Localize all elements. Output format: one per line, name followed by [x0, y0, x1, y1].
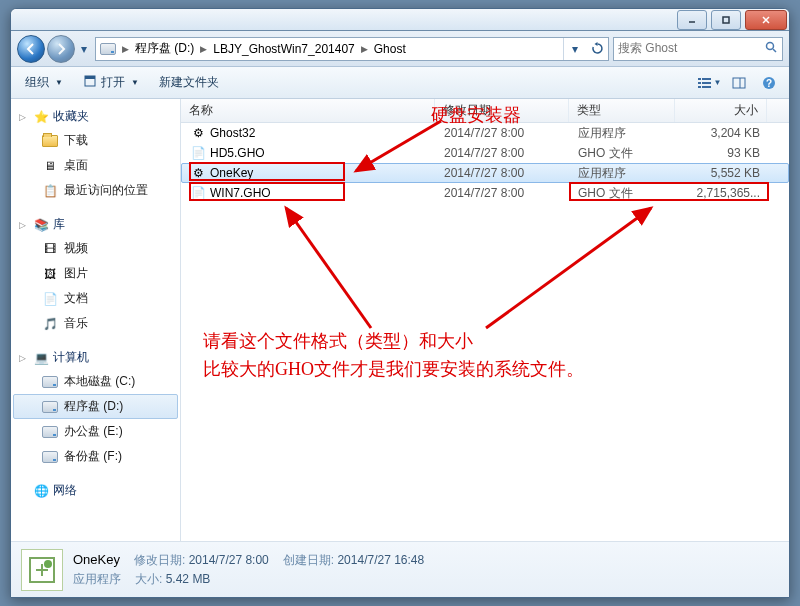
desktop-icon: 🖥 [42, 158, 58, 174]
file-icon: 📄 [190, 185, 206, 201]
view-options-button[interactable]: ▼ [695, 72, 723, 94]
sidebar-drive-f[interactable]: 备份盘 (F:) [13, 444, 178, 469]
sidebar-drive-e[interactable]: 办公盘 (E:) [13, 419, 178, 444]
search-placeholder: 搜索 Ghost [618, 40, 677, 57]
video-icon: 🎞 [42, 241, 58, 257]
svg-rect-9 [702, 78, 711, 80]
search-input[interactable]: 搜索 Ghost [613, 37, 783, 61]
sidebar-pictures[interactable]: 🖼图片 [13, 261, 178, 286]
column-headers: 名称 修改日期 类型 大小 [181, 99, 789, 123]
network-header[interactable]: 🌐网络 [13, 479, 178, 502]
file-row-selected[interactable]: ⚙OneKey 2014/7/27 8:00 应用程序 5,552 KB [181, 163, 789, 183]
file-row[interactable]: ⚙Ghost32 2014/7/27 8:00 应用程序 3,204 KB [181, 123, 789, 143]
back-button[interactable] [17, 35, 45, 63]
breadcrumb-sep-icon: ▶ [198, 44, 209, 54]
new-folder-button[interactable]: 新建文件夹 [151, 70, 227, 95]
svg-rect-11 [702, 82, 711, 84]
breadcrumb-folder2[interactable]: Ghost [370, 38, 410, 60]
drive-icon [98, 39, 118, 59]
col-date[interactable]: 修改日期 [435, 99, 569, 122]
drive-icon [42, 399, 58, 415]
nav-row: ▾ ▶ 程序盘 (D:) ▶ LBJY_GhostWin7_201407 ▶ G… [11, 31, 789, 67]
breadcrumb-sep-icon: ▶ [120, 44, 131, 54]
network-icon: 🌐 [33, 483, 49, 499]
svg-rect-7 [85, 76, 95, 79]
maximize-button[interactable] [711, 10, 741, 30]
file-row[interactable]: 📄WIN7.GHO 2014/7/27 8:00 GHO 文件 2,715,36… [181, 183, 789, 203]
svg-point-22 [44, 560, 52, 568]
svg-rect-1 [723, 17, 729, 23]
star-icon: ⭐ [33, 109, 49, 125]
drive-icon [42, 374, 58, 390]
toolbar: 组织▼ 打开▼ 新建文件夹 ▼ ? [11, 67, 789, 99]
svg-rect-8 [698, 78, 701, 80]
preview-pane-button[interactable] [725, 72, 753, 94]
explorer-window: ▾ ▶ 程序盘 (D:) ▶ LBJY_GhostWin7_201407 ▶ G… [10, 8, 790, 598]
library-icon: 📚 [33, 217, 49, 233]
open-icon [83, 74, 97, 91]
file-list-pane: 名称 修改日期 类型 大小 ⚙Ghost32 2014/7/27 8:00 应用… [181, 99, 789, 541]
sidebar-documents[interactable]: 📄文档 [13, 286, 178, 311]
help-button[interactable]: ? [755, 72, 783, 94]
file-row[interactable]: 📄HD5.GHO 2014/7/27 8:00 GHO 文件 93 KB [181, 143, 789, 163]
forward-button[interactable] [47, 35, 75, 63]
nav-history-dropdown[interactable]: ▾ [77, 40, 91, 58]
computer-icon: 💻 [33, 350, 49, 366]
recent-icon: 📋 [42, 183, 58, 199]
sidebar-music[interactable]: 🎵音乐 [13, 311, 178, 336]
selected-file-icon [21, 549, 63, 591]
titlebar[interactable] [11, 9, 789, 31]
svg-line-20 [486, 208, 651, 328]
breadcrumb-sep-icon: ▶ [359, 44, 370, 54]
svg-line-19 [286, 208, 371, 328]
favorites-header[interactable]: ▷⭐收藏夹 [13, 105, 178, 128]
pictures-icon: 🖼 [42, 266, 58, 282]
svg-rect-13 [702, 86, 711, 88]
address-bar[interactable]: ▶ 程序盘 (D:) ▶ LBJY_GhostWin7_201407 ▶ Gho… [95, 37, 609, 61]
sidebar-drive-c[interactable]: 本地磁盘 (C:) [13, 369, 178, 394]
svg-line-5 [773, 49, 776, 52]
annotation-text-line2: 比较大的GHO文件才是我们要安装的系统文件。 [203, 357, 584, 381]
sidebar-recent[interactable]: 📋最近访问的位置 [13, 178, 178, 203]
status-filename: OneKey [73, 552, 120, 569]
computer-header[interactable]: ▷💻计算机 [13, 346, 178, 369]
drive-icon [42, 424, 58, 440]
music-icon: 🎵 [42, 316, 58, 332]
address-dropdown-button[interactable]: ▾ [564, 38, 586, 60]
folder-icon [42, 133, 58, 149]
app-icon: ⚙ [190, 125, 206, 141]
svg-rect-10 [698, 82, 701, 84]
breadcrumb-drive[interactable]: 程序盘 (D:) [131, 38, 198, 60]
sidebar-desktop[interactable]: 🖥桌面 [13, 153, 178, 178]
col-type[interactable]: 类型 [569, 99, 675, 122]
navigation-pane: ▷⭐收藏夹 下载 🖥桌面 📋最近访问的位置 ▷📚库 🎞视频 🖼图片 📄文档 🎵音… [11, 99, 181, 541]
sidebar-downloads[interactable]: 下载 [13, 128, 178, 153]
annotation-text-line1: 请看这个文件格式（类型）和大小 [203, 329, 473, 353]
col-size[interactable]: 大小 [675, 99, 767, 122]
svg-rect-12 [698, 86, 701, 88]
details-pane: OneKey 修改日期: 2014/7/27 8:00 创建日期: 2014/7… [11, 541, 789, 597]
drive-icon [42, 449, 58, 465]
open-button[interactable]: 打开▼ [75, 70, 147, 95]
svg-text:?: ? [766, 78, 772, 89]
organize-menu[interactable]: 组织▼ [17, 70, 71, 95]
documents-icon: 📄 [42, 291, 58, 307]
close-button[interactable] [745, 10, 787, 30]
arrow-icon [281, 203, 381, 333]
file-icon: 📄 [190, 145, 206, 161]
breadcrumb-folder1[interactable]: LBJY_GhostWin7_201407 [209, 38, 358, 60]
col-name[interactable]: 名称 [181, 99, 435, 122]
arrow-icon [481, 203, 661, 333]
search-icon [765, 41, 778, 57]
svg-point-4 [767, 42, 774, 49]
sidebar-videos[interactable]: 🎞视频 [13, 236, 178, 261]
libraries-header[interactable]: ▷📚库 [13, 213, 178, 236]
refresh-button[interactable] [586, 38, 608, 60]
status-type: 应用程序 [73, 571, 121, 588]
sidebar-drive-d[interactable]: 程序盘 (D:) [13, 394, 178, 419]
minimize-button[interactable] [677, 10, 707, 30]
app-icon: ⚙ [190, 165, 206, 181]
svg-rect-14 [733, 78, 745, 88]
